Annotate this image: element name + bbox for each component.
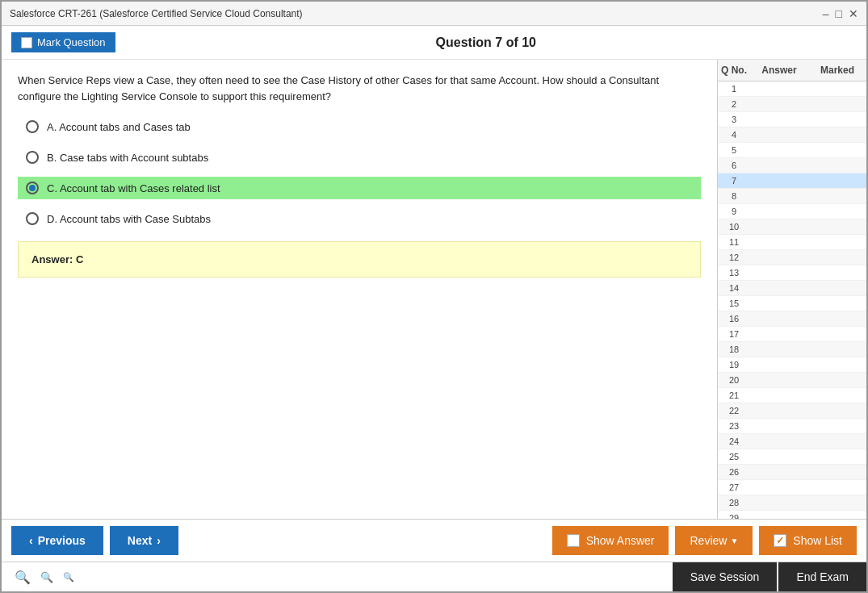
sidebar-row-3[interactable]: 3: [718, 112, 866, 127]
sidebar-marked-21: [808, 395, 866, 396]
bottom-row: 🔍 🔍 🔍 Save Session End Exam: [2, 562, 866, 591]
sidebar-answer-11: [750, 241, 808, 243]
radio-d: [26, 212, 39, 225]
sidebar-qnum-21: 21: [718, 390, 750, 401]
sidebar-row-12[interactable]: 12: [718, 250, 866, 265]
sidebar-row-1[interactable]: 1: [718, 81, 866, 97]
sidebar-qnum-7: 7: [718, 175, 750, 186]
sidebar-row-2[interactable]: 2: [718, 97, 866, 112]
sidebar-marked-2: [808, 103, 866, 105]
sidebar-answer-2: [750, 103, 808, 105]
sidebar-marked-28: [808, 502, 866, 503]
sidebar-qnum-11: 11: [718, 236, 750, 248]
option-item-c[interactable]: C. Account tab with Cases related list: [18, 177, 701, 199]
show-answer-button[interactable]: Show Answer: [552, 526, 669, 555]
sidebar-qnum-28: 28: [718, 497, 750, 508]
option-item-d[interactable]: D. Account tabs with Case Subtabs: [18, 207, 701, 230]
sidebar-answer-18: [750, 349, 808, 350]
option-item-b[interactable]: B. Case tabs with Account subtabs: [18, 146, 701, 169]
sidebar-row-8[interactable]: 8: [718, 189, 866, 204]
sidebar-qnum-12: 12: [718, 252, 750, 263]
sidebar-header: Q No. Answer Marked: [718, 60, 866, 81]
previous-button[interactable]: ‹ Previous: [11, 526, 103, 555]
sidebar-col-qno: Q No.: [718, 63, 750, 77]
sidebar-row-18[interactable]: 18: [718, 342, 866, 357]
footer-buttons: ‹ Previous Next › Show Answer Review ▼ ✓…: [2, 519, 866, 562]
sidebar-row-10[interactable]: 10: [718, 219, 866, 235]
sidebar-marked-3: [808, 119, 866, 120]
close-icon[interactable]: ✕: [849, 7, 858, 20]
sidebar-row-5[interactable]: 5: [718, 143, 866, 158]
sidebar-row-6[interactable]: 6: [718, 158, 866, 173]
radio-a: [26, 120, 39, 133]
sidebar-row-13[interactable]: 13: [718, 265, 866, 281]
action-buttons: Save Session End Exam: [673, 562, 866, 591]
sidebar-marked-23: [808, 425, 866, 427]
sidebar-qnum-3: 3: [718, 114, 750, 125]
sidebar-marked-24: [808, 441, 866, 442]
sidebar-marked-5: [808, 149, 866, 151]
save-session-button[interactable]: Save Session: [673, 562, 778, 591]
sidebar-qnum-8: 8: [718, 190, 750, 202]
sidebar-marked-15: [808, 303, 866, 304]
sidebar-row-9[interactable]: 9: [718, 204, 866, 219]
sidebar-row-17[interactable]: 17: [718, 327, 866, 342]
sidebar-row-25[interactable]: 25: [718, 449, 866, 465]
sidebar-answer-14: [750, 287, 808, 289]
sidebar-row-26[interactable]: 26: [718, 465, 866, 480]
sidebar-row-22[interactable]: 22: [718, 403, 866, 419]
minimize-icon[interactable]: –: [823, 7, 829, 20]
sidebar-row-21[interactable]: 21: [718, 388, 866, 403]
sidebar-row-27[interactable]: 27: [718, 480, 866, 495]
zoom-out-button[interactable]: 🔍: [60, 572, 78, 583]
sidebar-marked-14: [808, 287, 866, 289]
sidebar-marked-4: [808, 134, 866, 136]
sidebar-qnum-6: 6: [718, 160, 750, 171]
sidebar-marked-26: [808, 471, 866, 473]
sidebar-qnum-26: 26: [718, 466, 750, 478]
sidebar-qnum-24: 24: [718, 436, 750, 447]
end-exam-button[interactable]: End Exam: [778, 562, 866, 591]
sidebar-row-15[interactable]: 15: [718, 296, 866, 311]
sidebar-qnum-23: 23: [718, 420, 750, 432]
sidebar-qnum-29: 29: [718, 512, 750, 519]
show-list-button[interactable]: ✓ Show List: [759, 526, 857, 555]
sidebar-row-29[interactable]: 29: [718, 511, 866, 519]
radio-b: [26, 151, 39, 164]
sidebar-marked-10: [808, 226, 866, 228]
title-bar: Salesforce CRT-261 (Salesforce Certified…: [2, 2, 866, 26]
sidebar-col-marked: Marked: [808, 63, 866, 77]
sidebar-answer-5: [750, 149, 808, 151]
sidebar-marked-6: [808, 165, 866, 166]
review-button[interactable]: Review ▼: [675, 526, 753, 555]
zoom-normal-button[interactable]: 🔍: [37, 571, 57, 583]
show-answer-checkbox-icon: [567, 534, 580, 547]
sidebar-row-4[interactable]: 4: [718, 127, 866, 143]
sidebar-marked-17: [808, 333, 866, 335]
sidebar-row-23[interactable]: 23: [718, 419, 866, 434]
mark-question-button[interactable]: Mark Question: [11, 32, 115, 52]
sidebar-row-7[interactable]: 7: [718, 173, 866, 189]
sidebar-row-16[interactable]: 16: [718, 311, 866, 327]
sidebar-answer-21: [750, 395, 808, 396]
sidebar-row-20[interactable]: 20: [718, 373, 866, 388]
sidebar-row-28[interactable]: 28: [718, 495, 866, 511]
sidebar-marked-18: [808, 349, 866, 350]
option-label-a: A. Account tabs and Cases tab: [47, 121, 191, 133]
sidebar-row-11[interactable]: 11: [718, 235, 866, 250]
maximize-icon[interactable]: □: [836, 7, 842, 20]
zoom-area: 🔍 🔍 🔍: [2, 565, 673, 590]
sidebar-list: 1234567891011121314151617181920212223242…: [718, 81, 866, 519]
sidebar-row-19[interactable]: 19: [718, 357, 866, 373]
next-button[interactable]: Next ›: [110, 526, 178, 555]
sidebar-answer-7: [750, 180, 808, 182]
zoom-in-button[interactable]: 🔍: [11, 570, 34, 585]
option-label-d: D. Account tabs with Case Subtabs: [47, 213, 211, 225]
sidebar-row-14[interactable]: 14: [718, 281, 866, 296]
sidebar-answer-3: [750, 119, 808, 120]
sidebar-qnum-20: 20: [718, 374, 750, 386]
option-item-a[interactable]: A. Account tabs and Cases tab: [18, 115, 701, 138]
sidebar-row-24[interactable]: 24: [718, 434, 866, 449]
sidebar-qnum-25: 25: [718, 451, 750, 462]
sidebar-qnum-4: 4: [718, 129, 750, 140]
